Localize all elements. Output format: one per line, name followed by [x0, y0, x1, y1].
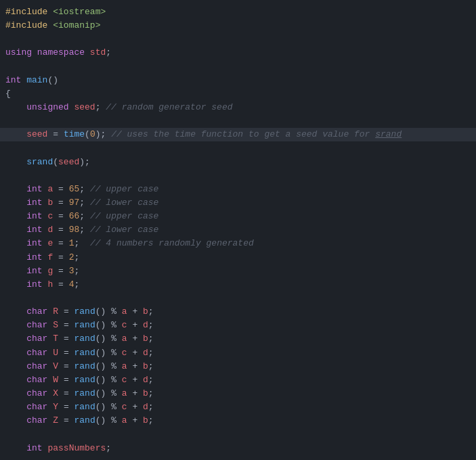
line-3	[0, 32, 476, 46]
code-editor: #include <iostream> #include <iomanip> u…	[0, 0, 476, 460]
line-6: int main()	[0, 74, 476, 87]
keyword-include2: #include	[5, 20, 47, 30]
line-31: char Z = rand() % a + b;	[0, 414, 476, 428]
line-20: int g = 3;	[0, 264, 476, 278]
line-13	[0, 169, 476, 183]
line-22	[0, 292, 476, 305]
line-14: int a = 65; // upper case	[0, 183, 476, 196]
line-34	[0, 455, 476, 460]
line-23: char R = rand() % a + b;	[0, 305, 476, 319]
line-10: seed = time(0); // uses the time functio…	[0, 128, 476, 141]
line-11	[0, 141, 476, 155]
line-5	[0, 60, 476, 74]
line-30: char Y = rand() % c + d;	[0, 400, 476, 414]
line-15: int b = 97; // lower case	[0, 196, 476, 210]
line-27: char V = rand() % a + b;	[0, 360, 476, 373]
line-4: using namespace std;	[0, 46, 476, 60]
line-12: srand(seed);	[0, 156, 476, 169]
line-8: unsigned seed; // random generator seed	[0, 101, 476, 114]
line-32	[0, 428, 476, 441]
line-7: {	[0, 87, 476, 101]
line-26: char U = rand() % c + d;	[0, 346, 476, 360]
line-28: char W = rand() % c + d;	[0, 373, 476, 387]
line-1: #include <iostream>	[0, 5, 476, 19]
line-29: char X = rand() % a + b;	[0, 387, 476, 400]
line-17: int d = 98; // lower case	[0, 223, 476, 237]
line-24: char S = rand() % c + d;	[0, 319, 476, 332]
line-18: int e = 1; // 4 numbers randomly generat…	[0, 237, 476, 250]
line-25: char T = rand() % a + b;	[0, 332, 476, 346]
line-2: #include <iomanip>	[0, 19, 476, 32]
line-21: int h = 4;	[0, 278, 476, 292]
line-9	[0, 114, 476, 128]
line-33: int passNumbers;	[0, 442, 476, 455]
line-16: int c = 66; // upper case	[0, 210, 476, 223]
line-19: int f = 2;	[0, 251, 476, 264]
keyword-include: #include	[5, 7, 47, 17]
